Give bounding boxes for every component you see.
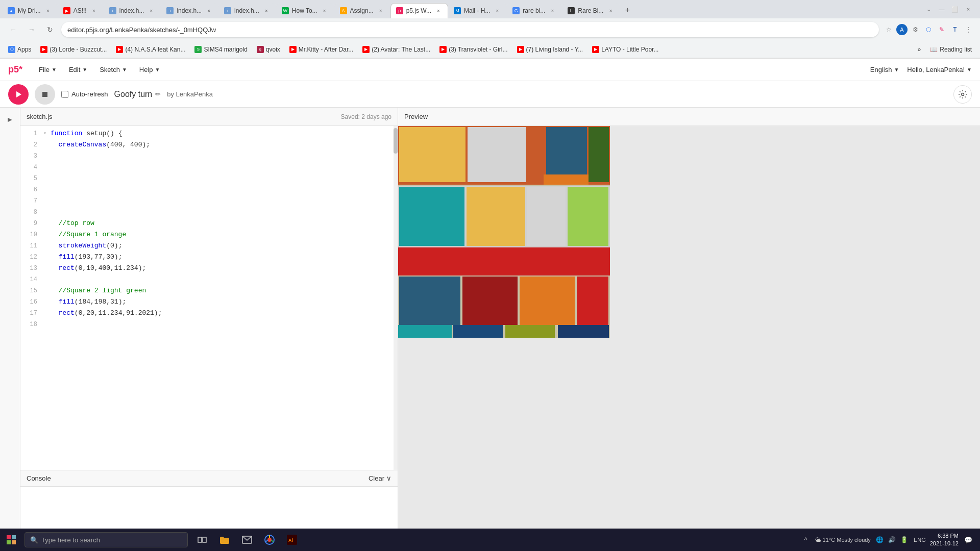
p5-menubar: p5* File ▼ Edit ▼ Sketch ▼ Help ▼ Englis…	[0, 59, 980, 81]
play-button[interactable]	[8, 84, 29, 105]
tab-close-btn[interactable]: ×	[377, 7, 385, 15]
tab-rare-bi-2[interactable]: L Rare Bi... ×	[562, 3, 620, 18]
chrome-icon[interactable]	[259, 529, 280, 551]
extension4-icon[interactable]: T	[949, 24, 961, 35]
tab-index2[interactable]: i index.h... ×	[161, 3, 218, 18]
expand-tray-icon[interactable]: ^	[801, 535, 811, 545]
svg-rect-9	[589, 127, 609, 182]
settings-icon	[958, 90, 967, 99]
svg-rect-10	[544, 174, 589, 185]
start-button[interactable]	[0, 529, 22, 551]
bookmark-layto[interactable]: ▶ LAYTO - Little Poor...	[588, 44, 663, 55]
tab-index3[interactable]: i index.h... ×	[218, 3, 276, 18]
tab-close-btn[interactable]: ×	[493, 7, 501, 15]
user-arrow: ▼	[967, 67, 972, 72]
tab-close-btn[interactable]: ×	[321, 7, 329, 15]
bookmarks-more-button[interactable]: »	[914, 44, 925, 55]
illustrator-taskbar-icon: Ai	[287, 535, 297, 545]
tab-close-btn[interactable]: ×	[606, 7, 615, 15]
bookmark-star-icon[interactable]: ☆	[883, 24, 894, 35]
tab-favicon: M	[454, 7, 461, 14]
tab-mail[interactable]: M Mail - H... ×	[448, 3, 507, 18]
tab-label: p5.js W...	[406, 7, 431, 14]
code-line-2: 2 ▾ createCanvas(400, 400);	[20, 139, 394, 151]
tab-close-btn[interactable]: ×	[205, 7, 213, 15]
editor-scrollbar[interactable]	[394, 126, 398, 470]
speaker-icon[interactable]: 🔊	[887, 535, 897, 545]
fold-arrow-1[interactable]: ▾	[43, 128, 51, 139]
tab-close-btn[interactable]: ×	[44, 7, 52, 15]
tab-close-btn[interactable]: ×	[434, 7, 443, 15]
bookmark-avatar[interactable]: ▶ (2) Avatar: The Last...	[358, 44, 434, 55]
tab-index1[interactable]: i index.h... ×	[104, 3, 161, 18]
tab-as[interactable]: ▶ AS!!! ×	[58, 3, 104, 18]
auto-refresh-toggle[interactable]: Auto-refresh	[61, 90, 108, 98]
file-explorer-icon[interactable]	[214, 529, 235, 551]
mail-icon[interactable]	[237, 529, 257, 551]
minimize-button[interactable]: —	[936, 4, 947, 15]
taskbar-clock[interactable]: 6:38 PM 2021-10-12	[930, 532, 959, 548]
restore-button[interactable]: ⬜	[949, 4, 961, 15]
settings-button[interactable]	[953, 85, 972, 104]
bookmark-mrkitty[interactable]: ▶ Mr.Kitty - After Dar...	[285, 44, 357, 55]
extension-icon[interactable]: ⚙	[910, 24, 921, 35]
taskbar-search-box[interactable]: 🔍 Type here to search	[24, 532, 188, 547]
menu-edit[interactable]: Edit ▼	[63, 62, 93, 78]
address-input[interactable]	[61, 22, 879, 37]
notification-button[interactable]: 💬	[963, 529, 974, 551]
bookmark-favicon: ⬡	[8, 46, 15, 53]
reading-list-button[interactable]: 📖 Reading list	[926, 44, 976, 55]
tab-my-drive[interactable]: ▲ My Dri... ×	[2, 3, 58, 18]
ai-icon[interactable]: Ai	[282, 529, 302, 551]
bookmark-qvoix[interactable]: q qvoix	[253, 44, 284, 55]
profile-icon[interactable]: A	[896, 24, 908, 35]
taskbar-weather[interactable]: 🌥 11°C Mostly cloudy	[815, 537, 871, 543]
code-line-16: 16 ▾ fill(184,198,31);	[20, 296, 394, 308]
tab-p5js[interactable]: p p5.js W... ×	[390, 3, 448, 18]
bookmark-apps[interactable]: ⬡ Apps	[4, 44, 35, 55]
tab-rare-bi[interactable]: G rare bi... ×	[507, 3, 562, 18]
battery-icon[interactable]: 🔋	[899, 535, 910, 545]
user-greeting[interactable]: Hello, LenkaPenka! ▼	[907, 66, 972, 73]
tab-close-btn[interactable]: ×	[262, 7, 271, 15]
tab-label: Assign...	[350, 7, 374, 14]
close-button[interactable]: ×	[963, 4, 974, 15]
menu-sketch[interactable]: Sketch ▼	[93, 62, 133, 78]
tab-label: AS!!!	[74, 7, 87, 14]
code-editor[interactable]: 1 ▾ function setup() { 2 ▾ createCanvas(…	[20, 126, 394, 470]
bookmark-living-island[interactable]: ▶ (7) Living Island - Y...	[513, 44, 587, 55]
stop-button[interactable]	[35, 84, 55, 105]
tab-close-btn[interactable]: ×	[147, 7, 155, 15]
forward-button[interactable]: →	[24, 22, 39, 37]
bookmark-transviolet[interactable]: ▶ (3) Transviolet - Girl...	[435, 44, 511, 55]
code-line-12: 12 ▾ fill(193,77,30);	[20, 252, 394, 263]
sketch-edit-icon[interactable]: ✏	[155, 90, 161, 98]
bookmark-sims4[interactable]: S SIMS4 marigold	[190, 44, 251, 55]
code-line-4: 4 ▾	[20, 162, 394, 173]
back-button[interactable]: ←	[6, 22, 20, 37]
network-icon[interactable]: 🌐	[875, 535, 885, 545]
new-tab-button[interactable]: +	[620, 3, 634, 17]
menu-help[interactable]: Help ▼	[133, 62, 166, 78]
tab-assign[interactable]: A Assign... ×	[334, 3, 390, 18]
refresh-button[interactable]: ↻	[43, 22, 57, 37]
tab-list-button[interactable]: ⌄	[923, 4, 934, 15]
file-panel-toggle-button[interactable]: ►	[3, 112, 18, 127]
menu-file[interactable]: File ▼	[33, 62, 63, 78]
tab-close-btn[interactable]: ×	[90, 7, 98, 15]
task-view-button[interactable]	[192, 529, 212, 551]
bookmark-nasa[interactable]: ▶ (4) N.A.S.A feat Kan...	[112, 44, 189, 55]
address-icons: ☆ A ⚙ ⬡ ✎ T ⋮	[883, 24, 974, 35]
extension2-icon[interactable]: ⬡	[923, 24, 934, 35]
editor-area: ► sketch.js Saved: 2 days ago 1 ▾ functi…	[0, 108, 980, 551]
tab-favicon: L	[568, 7, 575, 14]
extensions-menu-icon[interactable]: ⋮	[963, 24, 974, 35]
tab-howto[interactable]: W How To... ×	[276, 3, 334, 18]
language-selector[interactable]: English ▼	[870, 66, 899, 73]
p5-logo[interactable]: p5*	[8, 64, 22, 75]
extension3-icon[interactable]: ✎	[936, 24, 947, 35]
tab-close-btn[interactable]: ×	[548, 7, 556, 15]
console-clear-button[interactable]: Clear ∨	[369, 474, 391, 482]
auto-refresh-checkbox[interactable]	[61, 91, 68, 98]
bookmark-lorde[interactable]: ▶ (3) Lorde - Buzzcut...	[36, 44, 111, 55]
